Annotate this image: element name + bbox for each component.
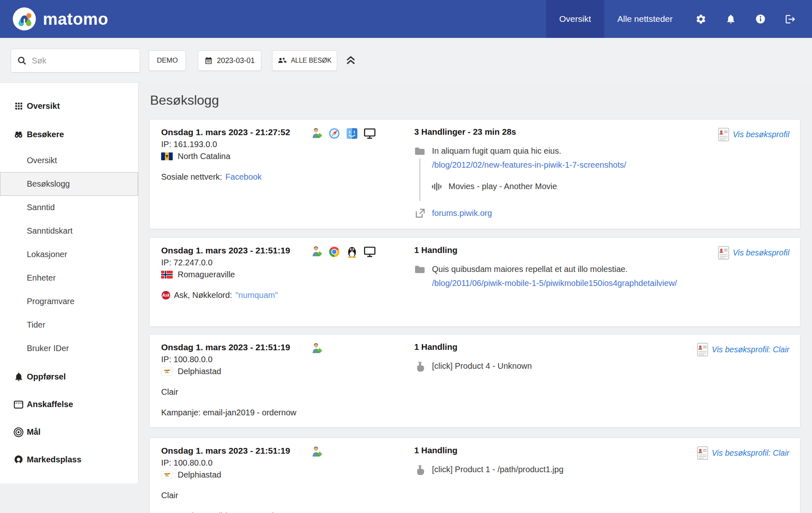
gear-icon [695,14,706,25]
grid-icon [13,101,24,111]
visit-datetime: Onsdag 1. mars 2023 - 21:51:19 [161,341,310,354]
view-visitor-profile-link[interactable]: Vis besøksprofil: Clair [712,448,789,458]
flag-cyprus [161,471,173,479]
outlink[interactable]: forums.piwik.org [432,208,492,218]
sidebar-item-sanntidskart[interactable]: Sanntidskart [0,219,138,243]
visit-datetime: Onsdag 1. mars 2023 - 21:51:19 [161,445,310,457]
sidebar-item-label: Oppførsel [27,372,66,382]
collapse-toolbar-button[interactable] [345,55,356,67]
brand[interactable]: matomo [0,0,546,38]
visit-city: Romagueraville [178,269,235,281]
target-icon [13,427,24,438]
help-button[interactable] [746,0,775,38]
visit-referrer: AskAsk, Nøkkelord: "numquam" [161,290,310,300]
sidebar-item-oppforsel[interactable]: Oppførsel [0,365,138,389]
visit-referrer: Sosiale nettverk: Facebook [161,172,310,182]
visit-info: Onsdag 1. mars 2023 - 21:27:52IP: 161.19… [161,126,310,219]
visit-info: Onsdag 1. mars 2023 - 21:51:19IP: 100.80… [161,341,310,417]
device-icons [310,244,414,316]
device-icons [310,341,414,417]
settings-button[interactable] [686,0,716,38]
sidebar-item-oversikt[interactable]: Oversikt [0,94,138,118]
segment-selector-button[interactable]: ALLE BESØK [272,50,337,71]
tab-alle-nettsteder[interactable]: Alle nettsteder [604,0,686,38]
sidebar-item-bruker-ider[interactable]: Bruker IDer [0,337,138,360]
sidebar-item-label: Markedsplass [27,455,81,464]
view-visitor-profile-link[interactable]: Vis besøksprofil [733,248,789,258]
action-title: Movies - play - Another Movie [448,181,557,192]
visit-actions: 1 HandlingQuis quibusdam maiores repella… [414,244,692,316]
visit-location: Romagueraville [161,269,310,281]
search-icon [17,56,27,66]
visit-location: Delphiastad [161,365,310,377]
sidebar-item-lokasjoner[interactable]: Lokasjoner [0,243,138,266]
search-box [11,49,140,73]
action-content: Movies - play - Another Movie [448,181,557,192]
sidebar-item-tider[interactable]: Tider [0,313,138,337]
sidebar-item-oversikt[interactable]: Oversikt [0,149,138,172]
sidebar-item-mal[interactable]: Mål [0,420,138,444]
action-row: forums.piwik.org [414,208,692,219]
visit-campaign: Kampanje: email-jan2019 - ordernow [161,511,310,513]
logout-button[interactable] [775,0,805,38]
toolbar: DEMO 2023-03-01 ALLE BESØK [0,38,812,82]
search-input[interactable] [32,56,134,66]
visitor-profile: Vis besøksprofil [718,246,789,260]
id-card-icon [697,343,708,356]
view-visitor-profile-link[interactable]: Vis besøksprofil: Clair [712,345,789,354]
visit-city: North Catalina [178,150,230,162]
site-selector-button[interactable]: DEMO [149,50,186,71]
sidebar-item-besokslogg[interactable]: Besøkslogg [0,172,138,196]
sidebar: OversiktBesøkereOversiktBesøksloggSannti… [0,82,138,483]
brand-name: matomo [43,10,108,28]
sidebar-item-besokere[interactable]: Besøkere [0,123,138,146]
bell-icon-dark [13,372,24,382]
visit-ip: IP: 72.247.0.0 [161,257,310,269]
sidebar-item-enheter[interactable]: Enheter [0,266,138,290]
sidebar-item-label: Sanntidskart [27,226,73,236]
click-icon [414,361,425,372]
returning-visitor-icon [310,446,323,458]
device-icons [310,445,414,513]
visit-city: Delphiastad [178,365,221,377]
sidebar-item-sanntid[interactable]: Sanntid [0,196,138,219]
date-selector-button[interactable]: 2023-03-01 [198,50,261,71]
visit-info: Onsdag 1. mars 2023 - 21:51:19IP: 100.80… [161,445,310,513]
visitor-profile: Vis besøksprofil [718,128,789,141]
sidebar-item-anskaffelse[interactable]: Anskaffelse [0,393,138,416]
notifications-button[interactable] [716,0,746,38]
svg-text:Ask: Ask [162,293,170,297]
action-content: In aliquam fugit quam quia hic eius./blo… [432,145,626,171]
view-visitor-profile-link[interactable]: Vis besøksprofil [733,130,789,139]
tab-oversikt[interactable]: Oversikt [546,0,604,38]
actions-header: 3 Handlinger - 23 min 28s [414,126,692,138]
sidebar-item-programvare[interactable]: Programvare [0,290,138,313]
folder-icon [414,145,425,156]
visit-ip: IP: 100.80.0.0 [161,354,310,365]
safari-icon [328,127,340,140]
visit-location: Delphiastad [161,469,310,481]
sidebar-item-label: Mål [27,427,40,437]
id-card-icon [718,246,729,260]
monitor-icon [364,127,376,140]
visit-card: Onsdag 1. mars 2023 - 21:27:52IP: 161.19… [149,119,800,229]
action-url-link[interactable]: /blog/2011/06/piwik-mobile-1-5/piwikmobi… [432,278,677,289]
visit-actions: 3 Handlinger - 23 min 28sIn aliquam fugi… [414,126,692,219]
referrer-link[interactable]: Facebook [225,172,262,182]
sidebar-item-label: Bruker IDer [27,344,69,353]
sidebar-item-label: Lokasjoner [27,250,67,259]
action-url-link[interactable]: /blog/2012/02/new-features-in-piwik-1-7-… [432,159,626,171]
sidebar-item-label: Anskaffelse [27,400,73,409]
flag-cyprus [161,368,173,375]
binoculars-icon [13,129,24,140]
navbar-right: Oversikt Alle nettsteder [546,0,812,38]
sidebar-item-markedsplass[interactable]: Markedsplass [0,448,138,471]
id-card-icon [718,128,729,141]
action-content: forums.piwik.org [432,208,492,219]
action-title: Quis quibusdam maiores repellat et aut i… [432,264,677,275]
chrome-icon [328,246,340,258]
action-content: Quis quibusdam maiores repellat et aut i… [432,264,677,289]
ask-icon: Ask [161,290,171,300]
referrer-keyword-link[interactable]: "numquam" [235,290,278,300]
returning-visitor-icon [310,127,323,140]
